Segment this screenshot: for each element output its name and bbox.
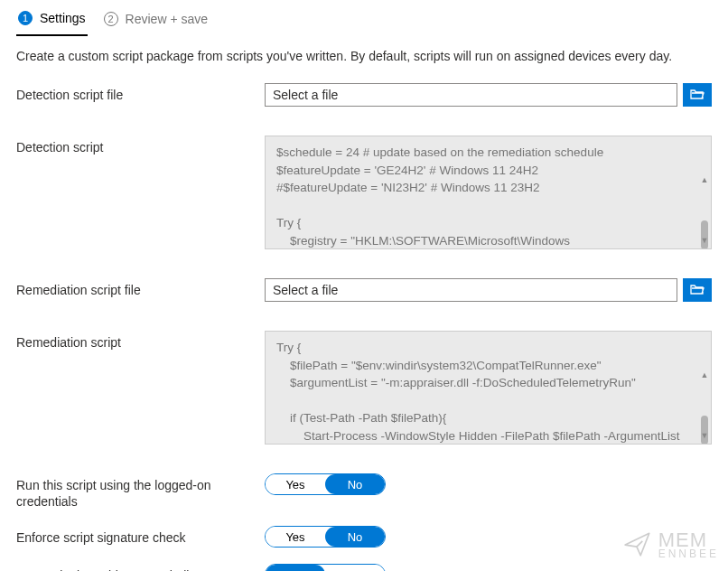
label-enforce-signature: Enforce script signature check bbox=[16, 526, 265, 546]
toggle-option-yes[interactable]: Yes bbox=[266, 527, 325, 547]
scroll-down-icon[interactable]: ▼ bbox=[700, 431, 709, 440]
file-placeholder: Select a file bbox=[273, 88, 338, 102]
toggle-option-no[interactable]: No bbox=[325, 527, 385, 547]
detection-script-textbox[interactable]: $schedule = 24 # update based on the rem… bbox=[265, 136, 712, 249]
toggle-option-no[interactable]: No bbox=[325, 474, 385, 494]
label-detection-file: Detection script file bbox=[16, 83, 265, 103]
label-remediation-file: Remediation script file bbox=[16, 278, 265, 298]
toggle-enforce-signature[interactable]: Yes No bbox=[265, 526, 386, 548]
remediation-file-input[interactable]: Select a file bbox=[265, 278, 677, 302]
folder-open-icon bbox=[690, 88, 705, 102]
detection-file-input[interactable]: Select a file bbox=[265, 83, 677, 107]
page-description: Create a custom script package from scri… bbox=[16, 49, 712, 63]
remediation-script-textbox[interactable]: Try { $filePath = "$env:windir\system32\… bbox=[265, 331, 712, 445]
code-content: Try { $filePath = "$env:windir\system32\… bbox=[276, 341, 683, 445]
label-remediation-script: Remediation script bbox=[16, 331, 265, 351]
tab-number-badge: 2 bbox=[104, 12, 118, 26]
scroll-up-icon[interactable]: ▲ bbox=[700, 175, 709, 184]
code-content: $schedule = 24 # update based on the rem… bbox=[276, 145, 657, 249]
tab-label: Review + save bbox=[126, 12, 208, 26]
label-detection-script: Detection script bbox=[16, 136, 265, 155]
toggle-option-no[interactable]: No bbox=[325, 565, 385, 571]
browse-remediation-file-button[interactable] bbox=[683, 278, 712, 302]
toggle-option-yes[interactable]: Yes bbox=[266, 474, 325, 494]
tab-settings[interactable]: 1 Settings bbox=[16, 5, 88, 36]
toggle-option-yes[interactable]: Yes bbox=[266, 565, 325, 571]
scroll-down-icon[interactable]: ▼ bbox=[700, 236, 709, 245]
label-run-logged-on: Run this script using the logged-on cred… bbox=[16, 473, 265, 510]
file-placeholder: Select a file bbox=[273, 283, 338, 297]
browse-detection-file-button[interactable] bbox=[683, 83, 712, 107]
folder-open-icon bbox=[690, 283, 705, 297]
tab-label: Settings bbox=[40, 11, 86, 25]
toggle-run-64bit[interactable]: Yes No bbox=[265, 564, 386, 571]
label-run-64bit: Run script in 64-bit PowerShell bbox=[16, 564, 265, 571]
watermark-line2: ENNBEE bbox=[658, 549, 719, 559]
scroll-up-icon[interactable]: ▲ bbox=[700, 370, 709, 379]
toggle-run-logged-on[interactable]: Yes No bbox=[265, 473, 386, 495]
tab-number-badge: 1 bbox=[18, 11, 33, 25]
tab-review-save[interactable]: 2 Review + save bbox=[102, 5, 210, 36]
